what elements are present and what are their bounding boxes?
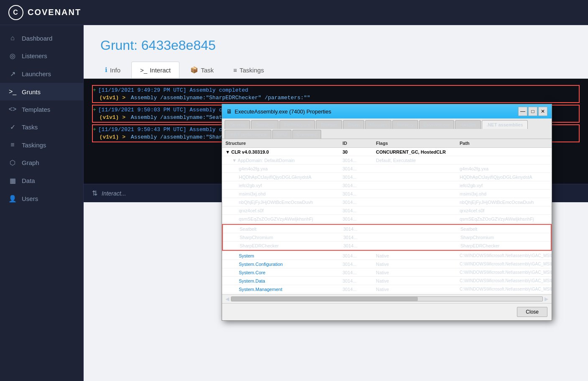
properties-dialog: 🖥 ExecuteAssembly.exe (7400) Properties … <box>222 104 552 321</box>
logo-icon: C <box>8 5 23 20</box>
dialog-tab-modules[interactable]: Modules <box>365 120 392 129</box>
sharpedrc-structure: SharpEDRChecker <box>226 243 343 248</box>
dialog-minimize-button[interactable]: — <box>518 107 527 116</box>
appdomain-id: 3014... <box>343 158 376 163</box>
clr-structure: ▼ CLR v4.0.30319.0 <box>225 149 343 154</box>
tab-taskings[interactable]: ≡ Taskings <box>225 62 273 78</box>
sharpchromium-structure: SharpChromium <box>226 235 343 240</box>
hqdh-id: 3014... <box>343 175 376 180</box>
data-icon: ▦ <box>8 177 17 185</box>
sidebar-label-tasks: Tasks <box>22 124 38 131</box>
dialog-tab-token[interactable]: Token <box>343 120 364 129</box>
g4m4o2fg-structure: g4m4o2fg.yxa <box>225 166 343 171</box>
sysconfig-path: C:\WINDOWS\Microsoft.Net\assembly\GAC_MS… <box>460 262 552 266</box>
sysdata-structure: System.Data <box>225 278 343 283</box>
sidebar-label-users: Users <box>22 195 38 202</box>
dialog-maximize-button[interactable]: □ <box>528 107 537 116</box>
dialog-close-button[interactable]: ✕ <box>538 107 547 116</box>
col-header-structure: Structure <box>225 141 343 146</box>
terminal-container: + [11/19/2021 9:49:29 PM UTC] Assembly c… <box>84 79 588 184</box>
sidebar-item-users[interactable]: 👤 Users <box>0 190 83 208</box>
sysdata-id: 3014... <box>343 278 376 283</box>
dialog-tab-threads[interactable]: Threads <box>316 120 342 129</box>
terminal-cmd-1: (v1v1) > Assembly /assemblyname:"SharpED… <box>93 95 579 101</box>
dialog-tab-net-performance[interactable]: .NET performance <box>225 130 271 139</box>
sidebar-item-grunts[interactable]: >_ Grunts <box>0 83 83 100</box>
syscore-id: 3014... <box>343 270 376 275</box>
col-header-path: Path <box>460 141 548 146</box>
table-row-nbqhj: nbQhjEjFyJHjOWtBcEmcOcswDuvh 3014... nbQ… <box>222 198 552 206</box>
dialog-table-body[interactable]: ▼ CLR v4.0.30319.0 30 CONCURRENT_GC, Hos… <box>222 148 552 294</box>
sysmgmt-flags: Native <box>376 287 460 292</box>
dialog-tab-comment[interactable]: Comment <box>292 130 322 139</box>
app-logo: C COVENANT <box>8 5 81 20</box>
table-row-iefci2gb: iefci2gb.vyf 3014... iefci2gb.vyf <box>222 181 552 190</box>
sharpchromium-path: SharpChromium <box>460 235 547 240</box>
dialog-tab-environment[interactable]: Environment <box>419 120 454 129</box>
sidebar-item-data[interactable]: ▦ Data <box>0 172 83 190</box>
iefci2gb-path: iefci2gb.vyf <box>460 183 548 188</box>
scroll-right-icon[interactable]: ▶ <box>545 296 548 302</box>
horizontal-scrollbar[interactable] <box>231 296 543 301</box>
dashboard-icon: ⌂ <box>8 34 17 42</box>
sharpedrc-path: SharpEDRChecker <box>460 243 547 248</box>
sidebar-item-graph[interactable]: ⬡ Graph <box>0 154 83 172</box>
dialog-window-controls: — □ ✕ <box>518 107 547 116</box>
table-row-sharpchromium: SharpChromium 3014... SharpChromium <box>223 233 551 242</box>
nbqhj-id: 3014... <box>343 200 376 205</box>
sidebar-label-dashboard: Dashboard <box>22 35 52 42</box>
table-row-msimi3xj: msimi3xj.ohd 3014... msimi3xj.ohd <box>222 190 552 198</box>
table-row-system-data: System.Data 3014... Native C:\WINDOWS\Mi… <box>222 277 552 285</box>
sidebar-item-listeners[interactable]: ◎ Listeners <box>0 47 83 65</box>
task-tab-icon: 📦 <box>190 66 198 74</box>
terminal-command-1: Assembly /assemblyname:"SharpEDRChecker"… <box>128 95 310 101</box>
dialog-tab-handles[interactable]: Handles <box>455 120 481 129</box>
appdomain-structure: ▼ AppDomain: DefaultDomain <box>225 158 343 163</box>
system-flags: Native <box>376 253 460 258</box>
sysmgmt-id: 3014... <box>343 287 376 292</box>
dialog-title-area: 🖥 ExecuteAssembly.exe (7400) Properties <box>226 108 331 115</box>
table-row-system-config: System.Configuration 3014... Native C:\W… <box>222 260 552 268</box>
interact-tab-icon: >_ <box>140 67 147 74</box>
dialog-close-button[interactable]: Close <box>517 307 547 317</box>
dialog-tab-performance[interactable]: Performance <box>279 120 315 129</box>
dialog-tab-memory[interactable]: Memory <box>392 120 418 129</box>
sidebar-item-templates[interactable]: <> Templates <box>0 100 83 118</box>
highlighted-assemblies-group: Seatbelt 3014... Seatbelt SharpChromium … <box>222 224 552 251</box>
tab-task[interactable]: 📦 Task <box>182 62 222 78</box>
terminal-plus-2: + <box>93 107 96 113</box>
table-row-qsms: qsmSEqZsZOoGZVzyAWwljkhsnhFj 3014... qsm… <box>222 215 552 223</box>
clr-id: 30 <box>343 149 376 154</box>
table-row-system-core: System.Core 3014... Native C:\WINDOWS\Mi… <box>222 268 552 277</box>
qsms-path: qsmSEqZsZOoGZVzyAWwljkhsnhFj <box>460 216 548 221</box>
g4m4o2fg-id: 3014... <box>343 166 376 171</box>
dialog-scrollbar-area: ◀ ▶ <box>222 294 552 303</box>
nbqhj-structure: nbQhjEjFyJHjOWtBcEmcOcswDuvh <box>225 200 343 205</box>
scroll-left-icon[interactable]: ◀ <box>225 296 229 302</box>
dialog-tab-statistics[interactable]: Statistics <box>251 120 279 129</box>
sidebar-item-taskings[interactable]: ≡ Taskings <box>0 136 83 154</box>
iefci2gb-id: 3014... <box>343 183 376 188</box>
dialog-tab-bar: General Statistics Performance Threads T… <box>222 118 552 139</box>
qrxz4cef-id: 3014... <box>343 208 376 213</box>
terminal-prompt-2: (v1v1) > <box>93 114 125 121</box>
sidebar-item-dashboard[interactable]: ⌂ Dashboard <box>0 29 83 47</box>
dialog-tab-net-assemblies[interactable]: .NET assemblies <box>482 120 527 129</box>
syscore-path: C:\WINDOWS\Microsoft.Net\assembly\GAC_MS… <box>460 270 552 275</box>
sharpedrc-id: 3014... <box>343 243 377 248</box>
msimi3xj-structure: msimi3xj.ohd <box>225 191 343 196</box>
interact-bar-label[interactable]: Interact... <box>102 190 126 197</box>
sidebar-item-tasks[interactable]: ✓ Tasks <box>0 118 83 136</box>
sidebar-item-launchers[interactable]: ↗ Launchers <box>0 65 83 83</box>
task-tab-label: Task <box>201 67 214 74</box>
tab-interact[interactable]: >_ Interact <box>131 62 179 78</box>
dialog-tab-general[interactable]: General <box>225 120 250 129</box>
qrxz4cef-path: qrxz4cef.s0f <box>460 208 548 213</box>
dialog-tab-gpu[interactable]: GPU <box>272 130 291 139</box>
templates-icon: <> <box>8 106 17 113</box>
hqdh-path: HQDhApCtJayifIQjyoDGLGknydstA <box>460 175 548 180</box>
system-structure: System <box>225 253 343 258</box>
terminal-ts-1: [11/19/2021 9:49:29 PM UTC] Assembly com… <box>98 87 248 93</box>
sysconfig-structure: System.Configuration <box>225 262 343 267</box>
tab-info[interactable]: ℹ Info <box>96 62 129 78</box>
